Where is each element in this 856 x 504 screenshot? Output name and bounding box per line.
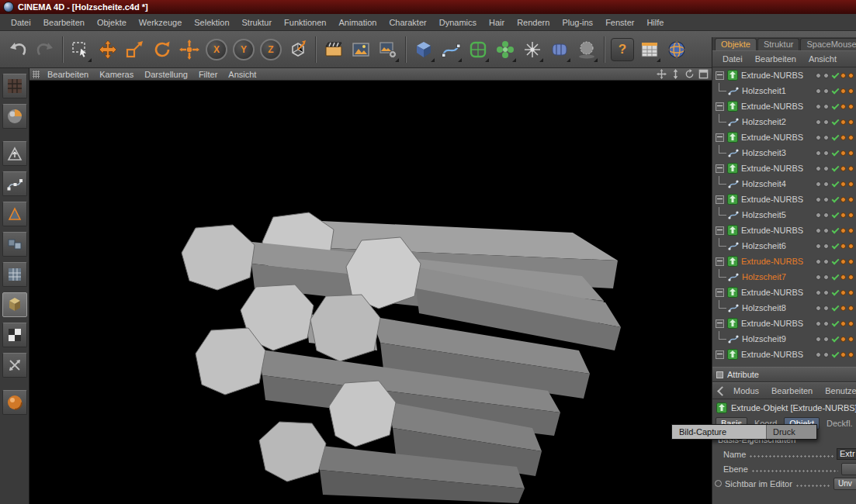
manager-tab[interactable]: Objekte [715, 38, 757, 50]
render-visibility-dot[interactable] [823, 166, 829, 171]
expand-toggle[interactable] [716, 319, 724, 328]
layer-dot[interactable] [840, 166, 846, 171]
menubar-item[interactable]: Bearbeiten [37, 16, 91, 29]
render-visibility-dot[interactable] [823, 88, 829, 94]
make-editable-button[interactable] [2, 141, 27, 166]
points-mode-button[interactable] [2, 171, 27, 196]
editor-visibility-dot[interactable] [816, 306, 821, 311]
visible-editor-dropdown[interactable]: Unv [833, 478, 856, 490]
menubar-item[interactable]: Hair [483, 16, 511, 29]
primitive-cube-button[interactable] [411, 34, 437, 65]
object-label[interactable]: Holzscheit7 [742, 272, 786, 281]
render-visibility-dot[interactable] [823, 135, 829, 140]
object-row[interactable]: Holzscheit8 [712, 300, 856, 316]
uv-mode-button[interactable] [2, 262, 27, 287]
object-row[interactable]: Extrude-NURBS [712, 285, 856, 300]
object-label[interactable]: Holzscheit3 [742, 148, 786, 157]
enabled-check-icon[interactable] [831, 227, 838, 234]
object-label[interactable]: Holzscheit9 [742, 334, 786, 343]
menubar-item[interactable]: Animation [332, 16, 383, 29]
enabled-check-icon[interactable] [831, 165, 838, 172]
object-manager-menu-item[interactable]: Datei [716, 54, 749, 64]
layer-dot[interactable] [848, 166, 854, 171]
object-row[interactable]: Holzscheit6 [712, 238, 856, 254]
layer-dot[interactable] [848, 306, 854, 311]
enabled-check-icon[interactable] [831, 289, 838, 296]
layer-dot[interactable] [840, 290, 846, 295]
layer-dot[interactable] [848, 228, 854, 233]
render-visibility-dot[interactable] [823, 73, 829, 78]
axis-z-lock-button[interactable]: Z [258, 34, 284, 65]
live-selection-button[interactable] [68, 34, 94, 65]
expand-toggle[interactable] [716, 71, 724, 80]
edges-mode-button[interactable] [2, 202, 27, 226]
object-row[interactable]: Extrude-NURBS [712, 161, 856, 176]
editor-visibility-dot[interactable] [816, 150, 821, 156]
nurbs-button[interactable] [465, 34, 491, 65]
object-label[interactable]: Holzscheit8 [742, 303, 786, 312]
render-settings-button[interactable] [375, 34, 401, 65]
object-row[interactable]: Extrude-NURBS [712, 316, 856, 331]
texture-ball-button[interactable] [2, 390, 27, 415]
object-label[interactable]: Holzscheit6 [742, 241, 786, 250]
object-label[interactable]: Extrude-NURBS [741, 102, 803, 111]
editor-visibility-dot[interactable] [816, 352, 821, 357]
undo-button[interactable] [5, 34, 31, 65]
editor-visibility-dot[interactable] [816, 243, 821, 249]
bodypaint-button[interactable] [2, 104, 27, 129]
texture-mode-button[interactable] [2, 323, 27, 347]
axis-modifier-button[interactable] [176, 34, 203, 65]
editor-visibility-dot[interactable] [816, 197, 821, 202]
editor-visibility-dot[interactable] [816, 337, 821, 342]
layer-dot[interactable] [840, 306, 846, 311]
toggle-view-icon[interactable] [698, 69, 709, 79]
attribute-menu-item[interactable]: Modus [727, 386, 765, 395]
viewport-menu-item[interactable]: Darstellung [139, 70, 193, 79]
expand-toggle[interactable] [716, 257, 724, 266]
editor-visibility-dot[interactable] [816, 259, 821, 264]
render-visibility-dot[interactable] [823, 337, 829, 342]
name-input[interactable]: Extr [837, 448, 856, 460]
editor-visibility-dot[interactable] [816, 135, 821, 140]
menubar-item[interactable]: Selektion [188, 16, 235, 29]
enabled-check-icon[interactable] [831, 181, 838, 188]
expand-toggle[interactable] [716, 288, 724, 297]
object-row[interactable]: Holzscheit4 [712, 176, 856, 192]
model-mode-button[interactable] [2, 292, 27, 317]
viewport-menu-item[interactable]: Bearbeiten [42, 70, 94, 79]
object-row[interactable]: Holzscheit1 [712, 83, 856, 98]
object-row[interactable]: Extrude-NURBS [712, 347, 856, 362]
layer-dot[interactable] [840, 259, 846, 264]
deformer-button[interactable] [546, 34, 573, 65]
render-visibility-dot[interactable] [823, 274, 829, 280]
menubar-item[interactable]: Plug-ins [556, 16, 599, 29]
expand-toggle[interactable] [716, 102, 724, 111]
object-row[interactable]: Extrude-NURBS [712, 192, 856, 207]
layer-dot[interactable] [840, 321, 846, 326]
dolly-view-icon[interactable] [671, 69, 681, 79]
enabled-check-icon[interactable] [831, 212, 838, 219]
object-row[interactable]: Extrude-NURBS [712, 254, 856, 269]
layer-dot[interactable] [848, 135, 854, 140]
layer-dot[interactable] [840, 197, 846, 202]
layer-dot[interactable] [848, 290, 854, 295]
editor-visibility-dot[interactable] [816, 88, 821, 94]
layer-dot[interactable] [840, 352, 846, 357]
enabled-check-icon[interactable] [831, 134, 838, 141]
menubar-item[interactable]: Funktionen [278, 16, 332, 29]
editor-visibility-dot[interactable] [816, 290, 821, 295]
expand-toggle[interactable] [716, 133, 724, 142]
enabled-check-icon[interactable] [831, 258, 838, 265]
panel-handle-icon[interactable] [33, 71, 40, 78]
axis-y-lock-button[interactable]: Y [230, 34, 257, 65]
render-visibility-dot[interactable] [823, 243, 829, 249]
object-label[interactable]: Holzscheit2 [742, 117, 786, 126]
editor-visibility-dot[interactable] [816, 228, 821, 233]
object-label[interactable]: Holzscheit4 [742, 179, 786, 188]
object-row[interactable]: Holzscheit7 [712, 269, 856, 285]
menubar-item[interactable]: Objekte [91, 16, 133, 29]
layer-dot[interactable] [840, 337, 846, 342]
layer-dot[interactable] [848, 321, 854, 326]
axis-x-lock-button[interactable]: X [203, 34, 230, 65]
object-row[interactable]: Holzscheit9 [712, 331, 856, 347]
